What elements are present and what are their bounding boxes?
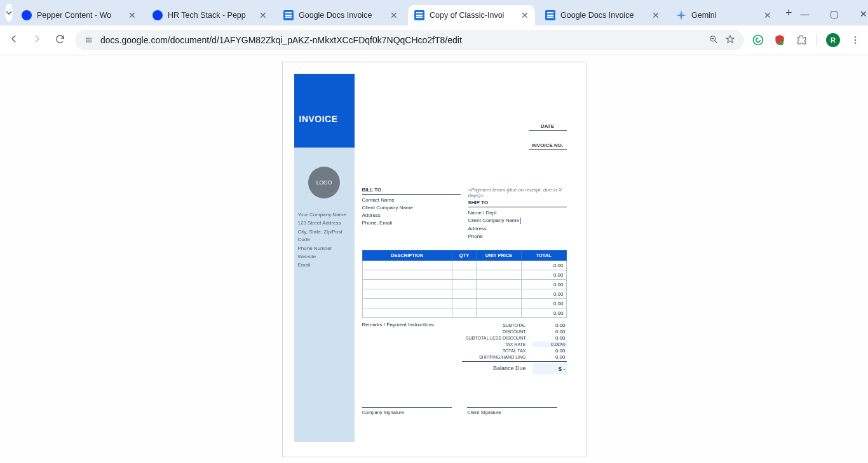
tab-4[interactable]: Google Docs Invoice ✕ bbox=[539, 5, 666, 25]
grammarly-icon[interactable] bbox=[752, 34, 764, 46]
svg-point-0 bbox=[86, 38, 86, 39]
bill-company: Client Company Name bbox=[362, 205, 461, 211]
docs-icon bbox=[283, 10, 294, 20]
discount-label: DISCOUNT bbox=[462, 329, 526, 334]
subless-label: SUBTOTAL LESS DISCOUNT bbox=[462, 336, 526, 340]
bill-ship-section: BILL TO Contact Name Client Company Name… bbox=[362, 187, 567, 241]
ship-to-heading: SHIP TO bbox=[468, 200, 567, 207]
close-icon[interactable]: ✕ bbox=[764, 11, 771, 20]
date-label: DATE bbox=[529, 123, 567, 131]
invoice-page[interactable]: INVOICE LOGO Your Company Name 123 Stree… bbox=[282, 62, 587, 457]
toolbar-right: R bbox=[752, 33, 862, 47]
minimize-button[interactable]: — bbox=[796, 9, 814, 19]
invoice-header-band: INVOICE bbox=[294, 74, 355, 148]
totals-block: SUBTOTAL0.00 DISCOUNT0.00 SUBTOTAL LESS … bbox=[462, 322, 567, 375]
docs-icon bbox=[545, 10, 555, 20]
address-bar[interactable]: docs.google.com/document/d/1AFYGM82Zkqi_… bbox=[75, 30, 744, 50]
pepper-icon bbox=[153, 10, 163, 20]
taxrate-value: 0.00% bbox=[532, 342, 567, 347]
subtotal-value: 0.00 bbox=[532, 322, 567, 328]
tab-3-active[interactable]: Copy of Classic-Invoi ✕ bbox=[408, 5, 535, 25]
th-description: DESCRIPTION bbox=[362, 251, 452, 261]
close-icon[interactable]: ✕ bbox=[128, 11, 136, 20]
totaltax-label: TOTAL TAX bbox=[462, 349, 526, 353]
table-row: 0.00 bbox=[362, 299, 566, 308]
arrow-right-icon bbox=[31, 33, 43, 45]
tab-title: Copy of Classic-Invoi bbox=[430, 11, 516, 20]
company-csz: City, State, Zip/Post Code bbox=[298, 228, 351, 244]
subtotal-label: SUBTOTAL bbox=[462, 323, 526, 328]
browser-toolbar: docs.google.com/document/d/1AFYGM82Zkqi_… bbox=[0, 25, 868, 55]
invoice-sidebar: INVOICE LOGO Your Company Name 123 Stree… bbox=[294, 74, 355, 442]
ship-phone: Phone bbox=[468, 233, 567, 239]
tab-title: Google Docs Invoice bbox=[560, 11, 647, 20]
table-row: 0.00 bbox=[362, 270, 566, 280]
svg-point-6 bbox=[855, 36, 856, 38]
chevron-down-icon bbox=[5, 9, 13, 17]
kebab-menu-icon[interactable] bbox=[849, 34, 862, 46]
ship-address: Address bbox=[468, 226, 567, 232]
th-unit: UNIT PRICE bbox=[477, 251, 522, 261]
tab-0[interactable]: Pepper Content - Wo ✕ bbox=[15, 5, 142, 25]
docs-icon bbox=[414, 10, 424, 20]
close-icon[interactable]: ✕ bbox=[390, 11, 398, 20]
bill-address: Address bbox=[362, 212, 461, 218]
tab-5[interactable]: Gemini ✕ bbox=[670, 5, 778, 25]
bookmark-icon[interactable] bbox=[725, 34, 735, 46]
ship-name: Name / Dept bbox=[468, 210, 567, 216]
company-website: Website bbox=[298, 253, 351, 261]
close-icon[interactable]: ✕ bbox=[652, 11, 660, 20]
tab-search-button[interactable] bbox=[5, 4, 13, 22]
bill-to-column: BILL TO Contact Name Client Company Name… bbox=[362, 187, 461, 241]
close-icon[interactable]: ✕ bbox=[521, 11, 529, 20]
svg-point-2 bbox=[86, 41, 86, 42]
bill-contact: Contact Name bbox=[362, 197, 461, 203]
client-sign-label: Client Signature bbox=[467, 410, 557, 415]
separator bbox=[817, 34, 817, 46]
company-phone: Phone Number bbox=[298, 245, 351, 252]
tab-2[interactable]: Google Docs Invoice ✕ bbox=[277, 5, 404, 25]
pepper-icon bbox=[22, 10, 32, 20]
gemini-icon bbox=[676, 10, 686, 20]
totaltax-value: 0.00 bbox=[532, 348, 567, 354]
tab-title: Pepper Content - Wo bbox=[37, 11, 123, 20]
back-button[interactable] bbox=[6, 33, 22, 47]
window-controls: — ▢ ✕ bbox=[792, 9, 868, 25]
sender-company-block: Your Company Name 123 Street Address Cit… bbox=[294, 211, 355, 277]
extensions-icon[interactable] bbox=[795, 34, 808, 46]
company-name: Your Company Name bbox=[298, 211, 351, 219]
table-row: 0.00 bbox=[362, 261, 566, 270]
window-close-button[interactable]: ✕ bbox=[855, 9, 868, 19]
table-row: 0.00 bbox=[362, 308, 566, 318]
zoom-icon[interactable] bbox=[709, 34, 719, 46]
remarks-label: Remarks / Payment Instructions: bbox=[362, 322, 462, 375]
shipping-value: 0.00 bbox=[532, 354, 567, 360]
site-info-icon[interactable] bbox=[84, 35, 94, 45]
maximize-button[interactable]: ▢ bbox=[825, 9, 843, 19]
invoice-body: DATE INVOICE NO. BILL TO Contact Name Cl… bbox=[362, 74, 567, 442]
tab-title: HR Tech Stack - Pepp bbox=[168, 11, 254, 20]
svg-point-1 bbox=[86, 39, 86, 40]
reload-button[interactable] bbox=[52, 34, 67, 47]
invoice-meta: DATE INVOICE NO. bbox=[362, 74, 567, 150]
balance-label: Balance Due bbox=[462, 366, 526, 372]
url-text: docs.google.com/document/d/1AFYGM82Zkqi_… bbox=[100, 35, 702, 45]
profile-avatar[interactable]: R bbox=[826, 33, 840, 47]
tab-1[interactable]: HR Tech Stack - Pepp ✕ bbox=[146, 5, 273, 25]
extension-adblock-icon[interactable] bbox=[773, 34, 786, 46]
reload-icon bbox=[55, 34, 65, 45]
svg-point-8 bbox=[855, 42, 856, 43]
shipping-label: SHIPPING/HAND LING bbox=[462, 355, 526, 359]
forward-button[interactable] bbox=[29, 33, 44, 47]
tab-strip: Pepper Content - Wo ✕ HR Tech Stack - Pe… bbox=[0, 0, 868, 25]
close-icon[interactable]: ✕ bbox=[259, 11, 267, 20]
bill-phone-email: Phone, Email bbox=[362, 220, 461, 226]
th-qty: QTY bbox=[452, 251, 477, 261]
ship-company: Client Company Name bbox=[468, 218, 567, 224]
balance-value: $ - bbox=[532, 363, 567, 375]
document-viewport[interactable]: INVOICE LOGO Your Company Name 123 Stree… bbox=[0, 55, 868, 463]
client-sign-line bbox=[467, 407, 557, 408]
new-tab-button[interactable]: + bbox=[785, 4, 792, 22]
company-street: 123 Street Address bbox=[298, 219, 351, 227]
taxrate-label: TAX RATE bbox=[462, 342, 526, 347]
